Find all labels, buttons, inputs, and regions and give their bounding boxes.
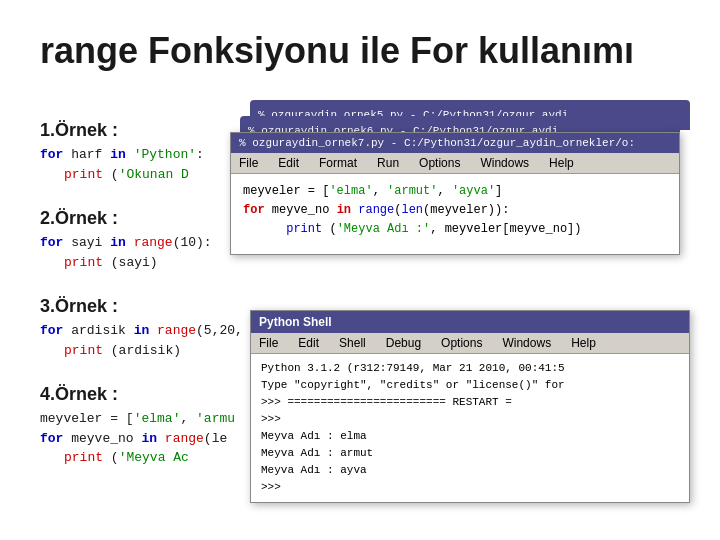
shell-line-6: Meyva Adı : armut [261,447,373,459]
shell-line-2: Type "copyright", "credits" or "license(… [261,379,565,391]
shell-line-3: >>> ======================== RESTART = [261,396,512,408]
menu-edit[interactable]: Edit [274,155,303,171]
menu-run[interactable]: Run [373,155,403,171]
shell-menu-options[interactable]: Options [437,335,486,351]
string-python: 'Python' [134,147,196,162]
editor-menubar: File Edit Format Run Options Windows Hel… [231,153,679,174]
editor-window: % ozguraydin_ornek7.py - C:/Python31/ozg… [230,132,680,255]
menu-format[interactable]: Format [315,155,361,171]
shell-menu-windows[interactable]: Windows [498,335,555,351]
slide: range Fonksiyonu ile For kullanımı 1.Örn… [0,0,720,540]
shell-titlebar: Python Shell [251,311,689,333]
shell-line-4: >>> [261,413,281,425]
menu-help[interactable]: Help [545,155,578,171]
shell-menu-help[interactable]: Help [567,335,600,351]
shell-menu-edit[interactable]: Edit [294,335,323,351]
shell-line-8: >>> [261,481,281,493]
keyword-for: for [40,147,63,162]
menu-windows[interactable]: Windows [476,155,533,171]
shell-menu-debug[interactable]: Debug [382,335,425,351]
editor-content: meyveler = ['elma', 'armut', 'ayva'] for… [231,174,679,254]
menu-options[interactable]: Options [415,155,464,171]
keyword-in: in [110,147,126,162]
shell-menu-file[interactable]: File [255,335,282,351]
menu-file[interactable]: File [235,155,262,171]
slide-title: range Fonksiyonu ile For kullanımı [40,30,634,72]
shell-menu-shell[interactable]: Shell [335,335,370,351]
shell-line-1: Python 3.1.2 (r312:79149, Mar 21 2010, 0… [261,362,565,374]
shell-menubar: File Edit Shell Debug Options Windows He… [251,333,689,354]
shell-line-7: Meyva Adı : ayva [261,464,367,476]
shell-window: Python Shell File Edit Shell Debug Optio… [250,310,690,503]
windows-stack: % ozguraydin_ornek5.py - C:/Python31/ozg… [230,100,700,500]
editor-titlebar: % ozguraydin_ornek7.py - C:/Python31/ozg… [231,133,679,153]
shell-line-5: Meyva Adı : elma [261,430,367,442]
shell-content: Python 3.1.2 (r312:79149, Mar 21 2010, 0… [251,354,689,502]
